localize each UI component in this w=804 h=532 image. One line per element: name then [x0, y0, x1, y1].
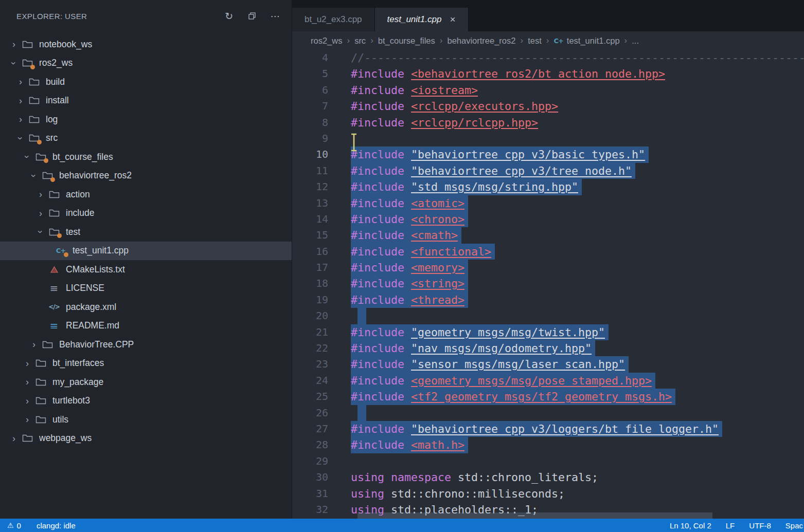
- selection-fragment: [358, 405, 366, 421]
- more-actions-icon[interactable]: ⋯: [271, 11, 280, 21]
- code-line-21[interactable]: 21#include "geometry_msgs/msg/twist.hpp": [292, 324, 804, 340]
- breadcrumb-item-...[interactable]: ...: [632, 36, 639, 46]
- explorer-title: EXPLORER: USER: [16, 12, 87, 21]
- breadcrumb-label: bt_course_files: [378, 36, 435, 46]
- file-tree: ›notebook_ws›ros2_ws›build›install›log›s…: [0, 32, 292, 519]
- code-line-17[interactable]: 17#include <memory>: [292, 260, 804, 276]
- code-line-25[interactable]: 25#include <tf2_geometry_msgs/tf2_geomet…: [292, 389, 804, 405]
- tree-item-bt_interfaces[interactable]: ›bt_interfaces: [0, 354, 292, 373]
- tree-item-ros2_ws[interactable]: ›ros2_ws: [0, 54, 292, 73]
- status-eol-sequence[interactable]: LF: [726, 521, 735, 530]
- tree-item-LICENSE[interactable]: ≡LICENSE: [0, 279, 292, 298]
- tree-item-log[interactable]: ›log: [0, 110, 292, 129]
- tree-item-label: bt_course_files: [52, 152, 113, 162]
- tree-item-BehaviorTree.CPP[interactable]: ›BehaviorTree.CPP: [0, 335, 292, 354]
- code-text: #include <cmath>: [351, 227, 461, 243]
- tree-item-bt_course_files[interactable]: ›bt_course_files: [0, 148, 292, 167]
- code-line-27[interactable]: 27#include "behaviortree_cpp_v3/loggers/…: [292, 421, 804, 437]
- tree-item-label: my_package: [52, 377, 103, 388]
- list-icon: ≡: [46, 282, 62, 295]
- tree-item-utils[interactable]: ›utils: [0, 410, 292, 429]
- tree-item-include[interactable]: ›include: [0, 204, 292, 223]
- code-line-16[interactable]: 16#include <functional>: [292, 244, 804, 260]
- clangd-status[interactable]: clangd: idle: [37, 521, 76, 530]
- tree-item-install[interactable]: ›install: [0, 91, 292, 111]
- breadcrumb-item-bt_course_files[interactable]: bt_course_files: [378, 36, 435, 46]
- code-line-28[interactable]: 28#include <math.h>: [292, 437, 804, 453]
- status-cursor-position[interactable]: Ln 10, Col 2: [670, 521, 711, 530]
- tab-test_unit1.cpp[interactable]: test_unit1.cpp×: [375, 8, 469, 31]
- code-text: #include <math.h>: [351, 437, 468, 453]
- code-text: using std::chrono::milliseconds;: [351, 486, 565, 502]
- tree-item-test[interactable]: ›test: [0, 223, 292, 242]
- status-right: Ln 10, Col 2LFUTF-8Spac: [670, 521, 804, 530]
- code-line-13[interactable]: 13#include <atomic>: [292, 195, 804, 211]
- code-line-20[interactable]: 20: [292, 308, 804, 324]
- code-line-10[interactable]: 10#include "behaviortree_cpp_v3/basic_ty…: [292, 146, 804, 162]
- code-line-31[interactable]: 31using std::chrono::milliseconds;: [292, 486, 804, 502]
- code-line-24[interactable]: 24#include <geometry_msgs/msg/pose_stamp…: [292, 373, 804, 389]
- code-text: #include <rclcpp/executors.hpp>: [351, 98, 558, 114]
- refresh-icon[interactable]: ↻: [225, 11, 233, 21]
- code-line-8[interactable]: 8#include <rclcpp/rclcpp.hpp>: [292, 115, 804, 131]
- tab-bt_u2_ex3.cpp[interactable]: bt_u2_ex3.cpp: [292, 8, 375, 31]
- line-number: 26: [292, 405, 328, 421]
- status-indentation[interactable]: Spac: [785, 521, 803, 530]
- chevron-right-icon: ›: [22, 415, 33, 424]
- code-line-7[interactable]: 7#include <rclcpp/executors.hpp>: [292, 98, 804, 114]
- chevron-right-icon: ›: [35, 209, 46, 218]
- breadcrumb-item-test_unit1.cpp[interactable]: C+test_unit1.cpp: [553, 36, 619, 46]
- tree-item-notebook_ws[interactable]: ›notebook_ws: [0, 35, 292, 54]
- horizontal-scrollbar[interactable]: [358, 512, 712, 519]
- code-line-6[interactable]: 6#include <iostream>: [292, 82, 804, 98]
- code-text: #include "sensor_msgs/msg/laser_scan.hpp…: [351, 356, 629, 372]
- code-line-15[interactable]: 15#include <cmath>: [292, 227, 804, 243]
- close-icon[interactable]: ×: [450, 14, 455, 25]
- code-line-23[interactable]: 23#include "sensor_msgs/msg/laser_scan.h…: [292, 356, 804, 372]
- tree-item-turtlebot3[interactable]: ›turtlebot3: [0, 392, 292, 411]
- collapse-folders-icon[interactable]: [248, 12, 256, 20]
- chevron-right-icon: ›: [22, 396, 33, 406]
- warning-count: 0: [17, 521, 21, 530]
- tree-item-test_unit1.cpp[interactable]: C+test_unit1.cpp: [0, 242, 292, 261]
- code-line-9[interactable]: 9: [292, 131, 804, 146]
- folder-icon: [26, 132, 42, 144]
- breadcrumb-item-ros2_ws[interactable]: ros2_ws: [311, 36, 342, 46]
- tree-item-behaviortree_ros2[interactable]: ›behaviortree_ros2: [0, 167, 292, 186]
- cpp-icon: C+: [53, 245, 68, 257]
- md-icon: ≡: [46, 320, 62, 332]
- folder-icon: [20, 57, 35, 69]
- problems-indicator[interactable]: ⚠ 0: [7, 521, 21, 530]
- breadcrumb-item-behaviortree_ros2[interactable]: behaviortree_ros2: [447, 36, 515, 46]
- code-line-22[interactable]: 22#include "nav_msgs/msg/odometry.hpp": [292, 340, 804, 356]
- tree-item-CMakeLists.txt[interactable]: CMakeLists.txt: [0, 260, 292, 279]
- status-encoding[interactable]: UTF-8: [749, 521, 771, 530]
- code-line-29[interactable]: 29: [292, 453, 804, 469]
- code-line-14[interactable]: 14#include <chrono>: [292, 211, 804, 227]
- breadcrumb-item-test[interactable]: test: [528, 36, 542, 46]
- tree-item-package.xml[interactable]: </>package.xml: [0, 298, 292, 317]
- chevron-right-icon: ›: [15, 77, 26, 86]
- tree-item-label: ros2_ws: [39, 58, 73, 68]
- code-area[interactable]: 4//-------------------------------------…: [292, 50, 804, 519]
- tree-item-README.md[interactable]: ≡README.md: [0, 317, 292, 336]
- code-line-12[interactable]: 12#include "std_msgs/msg/string.hpp": [292, 179, 804, 195]
- code-line-11[interactable]: 11#include "behaviortree_cpp_v3/tree_nod…: [292, 163, 804, 179]
- code-line-4[interactable]: 4//-------------------------------------…: [292, 50, 804, 66]
- tree-item-label: BehaviorTree.CPP: [59, 339, 134, 350]
- tree-item-action[interactable]: ›action: [0, 185, 292, 204]
- tree-item-webpage_ws[interactable]: ›webpage_ws: [0, 429, 292, 448]
- breadcrumb-separator-icon: ›: [440, 35, 443, 46]
- folder-icon: [26, 95, 42, 107]
- tree-item-src[interactable]: ›src: [0, 129, 292, 148]
- code-line-19[interactable]: 19#include <thread>: [292, 292, 804, 308]
- code-line-26[interactable]: 26: [292, 405, 804, 421]
- breadcrumb-item-src[interactable]: src: [354, 36, 366, 46]
- tree-item-build[interactable]: ›build: [0, 72, 292, 91]
- code-line-18[interactable]: 18#include <string>: [292, 276, 804, 291]
- tree-item-my_package[interactable]: ›my_package: [0, 373, 292, 392]
- code-line-5[interactable]: 5#include <behaviortree_ros2/bt_action_n…: [292, 66, 804, 82]
- code-line-30[interactable]: 30using namespace std::chrono_literals;: [292, 469, 804, 485]
- code-text: #include <rclcpp/rclcpp.hpp>: [351, 115, 538, 131]
- code-text: #include <functional>: [351, 244, 495, 260]
